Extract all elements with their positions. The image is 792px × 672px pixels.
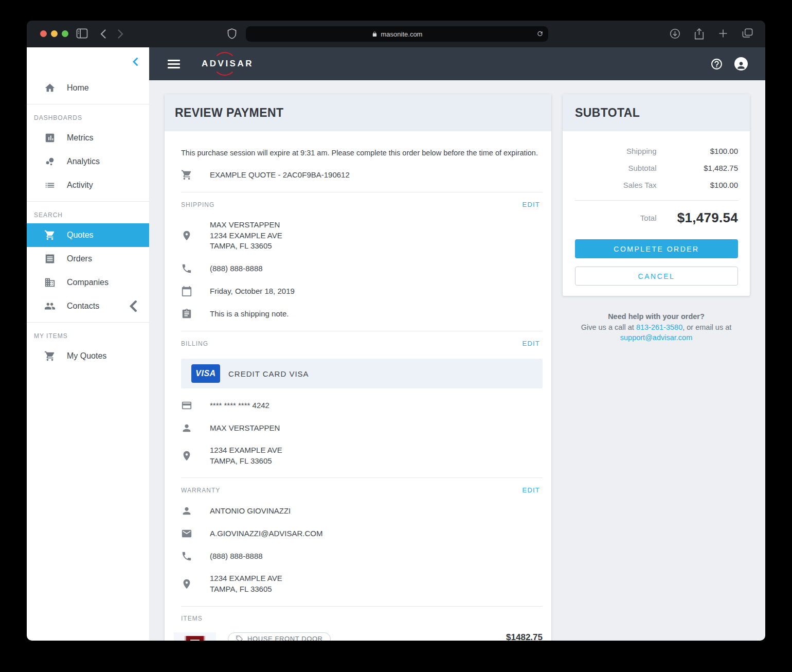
sidebar-item-companies[interactable]: Companies — [27, 271, 149, 294]
address-bar[interactable]: masonite.com — [246, 26, 548, 42]
sidebar-item-label: My Quotes — [67, 351, 106, 361]
edit-shipping-link[interactable]: EDIT — [523, 201, 540, 208]
edit-billing-link[interactable]: EDIT — [523, 340, 540, 347]
warranty-name-row: ANTONIO GIOVINAZZI — [181, 505, 543, 517]
sidebar-item-activity[interactable]: Activity — [27, 173, 149, 197]
item-price-block: $1482.75 / unit — [486, 632, 543, 641]
phone-icon — [181, 263, 192, 274]
billing-card-row: **** **** **** 4242 — [181, 400, 543, 411]
location-pin-icon — [181, 450, 192, 462]
item-tag-label: HOUSE FRONT DOOR — [247, 635, 323, 641]
location-pin-icon — [181, 230, 192, 241]
shipping-address-row: MAX VERSTAPPEN 1234 EXAMPLE AVE TAMPA, F… — [181, 220, 543, 252]
building-icon — [44, 277, 56, 288]
sidebar-item-home[interactable]: Home — [27, 76, 149, 100]
sidebar-item-label: Activity — [67, 181, 93, 190]
shipping-note: This is a shipping note. — [210, 309, 289, 320]
mail-icon — [181, 528, 192, 539]
shipping-phone-row: (888) 888-8888 — [181, 263, 543, 274]
person-icon — [181, 422, 192, 434]
sidebar-collapse-icon[interactable] — [133, 58, 138, 66]
browser-sidebar-toggle-icon[interactable] — [76, 28, 88, 41]
sidebar-item-analytics[interactable]: Analytics — [27, 150, 149, 173]
divider — [181, 331, 543, 331]
review-payment-card: REVIEW PAYMENT This purchase session wil… — [165, 94, 551, 641]
sidebar-item-orders[interactable]: Orders — [27, 247, 149, 271]
warranty-email: A.GIOVINAZZI@ADVISAR.COM — [210, 528, 322, 539]
help-icon[interactable] — [710, 58, 723, 70]
order-summary-column: SUBTOTAL Shipping $100.00 Subtotal $1,48… — [563, 94, 750, 343]
account-avatar-icon[interactable] — [734, 57, 748, 70]
shipping-phone: (888) 888-8888 — [210, 263, 263, 274]
credit-card-icon — [181, 400, 192, 411]
help-block: Need help with your order? Give us a cal… — [563, 311, 750, 343]
shipping-note-row: This is a shipping note. — [181, 308, 543, 320]
help-line: Give us a call at 813-261-3580, or email… — [563, 322, 750, 333]
warranty-address: 1234 EXAMPLE AVE TAMPA, FL 33605 — [210, 573, 282, 594]
payment-method-banner: VISA CREDIT CARD VISA — [181, 359, 543, 388]
maximize-window-button[interactable] — [62, 30, 68, 37]
shipping-date-row: Friday, October 18, 2019 — [181, 286, 543, 297]
forward-icon[interactable] — [118, 29, 123, 41]
items-section-header: ITEMS — [181, 615, 540, 622]
traffic-lights — [40, 30, 68, 37]
tab-overview-icon[interactable] — [742, 28, 753, 40]
item-thumbnail — [174, 632, 216, 641]
shipping-date: Friday, October 18, 2019 — [210, 286, 295, 297]
sidebar-divider — [27, 201, 149, 202]
bar-chart-icon — [44, 132, 56, 144]
sidebar-item-metrics[interactable]: Metrics — [27, 126, 149, 150]
visa-logo: VISA — [191, 364, 220, 383]
sidebar-item-my-quotes[interactable]: My Quotes — [27, 344, 149, 368]
tag-icon — [236, 635, 243, 641]
hamburger-menu-icon[interactable] — [168, 60, 180, 68]
shipping-section-header: SHIPPING EDIT — [181, 201, 540, 208]
contacts-collapse-icon[interactable] — [128, 300, 139, 312]
new-tab-icon[interactable] — [718, 28, 728, 40]
close-window-button[interactable] — [40, 30, 47, 37]
sidebar-item-quotes[interactable]: Quotes — [27, 223, 149, 247]
help-email-link[interactable]: support@advisar.com — [620, 333, 692, 342]
divider — [181, 192, 543, 192]
help-phone-link[interactable]: 813-261-3580 — [636, 323, 682, 331]
shipping-address: MAX VERSTAPPEN 1234 EXAMPLE AVE TAMPA, F… — [210, 220, 282, 252]
divider — [181, 478, 543, 478]
sidebar-divider — [27, 322, 149, 323]
app-header: ADVISAR — [149, 47, 765, 80]
minimize-window-button[interactable] — [51, 30, 58, 37]
billing-section-header: BILLING EDIT — [181, 340, 540, 347]
people-icon — [44, 300, 56, 312]
warranty-email-row: A.GIOVINAZZI@ADVISAR.COM — [181, 528, 543, 539]
list-icon — [44, 180, 56, 191]
sidebar-item-label: Orders — [67, 254, 92, 263]
item-price: $1482.75 — [486, 632, 543, 641]
complete-order-button[interactable]: COMPLETE ORDER — [575, 239, 738, 258]
warranty-phone: (888) 888-8888 — [210, 551, 263, 562]
sidebar-section-search: SEARCH — [34, 208, 149, 222]
billing-name-row: MAX VERSTAPPEN — [181, 422, 543, 434]
header-right-controls — [710, 57, 765, 70]
share-icon[interactable] — [694, 28, 704, 40]
quote-label: EXAMPLE QUOTE - 2AC0F9BA-190612 — [210, 170, 350, 181]
edit-warranty-link[interactable]: EDIT — [523, 486, 540, 494]
sidebar-item-contacts[interactable]: Contacts — [27, 294, 149, 318]
warranty-phone-row: (888) 888-8888 — [181, 551, 543, 562]
sidebar-item-label: Quotes — [67, 231, 94, 240]
page-content: REVIEW PAYMENT This purchase session wil… — [149, 80, 765, 641]
total-value: $1,479.54 — [657, 210, 739, 226]
calendar-icon — [181, 286, 192, 297]
sidebar-item-label: Metrics — [67, 133, 94, 143]
reload-icon[interactable] — [536, 30, 544, 39]
receipt-icon — [44, 253, 56, 264]
sidebar-item-label: Companies — [67, 278, 109, 287]
cancel-button[interactable]: CANCEL — [575, 267, 738, 286]
privacy-shield-icon[interactable] — [227, 28, 237, 42]
line-item: HOUSE FRONT DOOR 2/8 X 6/8 SMOOTH FG 2 P… — [174, 632, 543, 641]
warranty-section-header: WARRANTY EDIT — [181, 486, 540, 494]
items-section-title: ITEMS — [181, 615, 203, 622]
home-icon — [44, 82, 56, 94]
downloads-icon[interactable] — [670, 28, 680, 40]
advisar-logo[interactable]: ADVISAR — [202, 57, 254, 71]
warranty-section-title: WARRANTY — [181, 487, 220, 494]
back-icon[interactable] — [100, 29, 106, 41]
